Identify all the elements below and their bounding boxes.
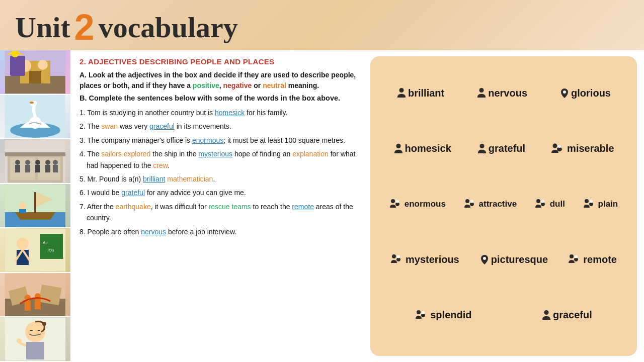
sentence-4: 4. The sailors explored the ship in the …	[79, 148, 361, 171]
person-icon-brilliant	[396, 87, 407, 99]
sentence-1: 1. Tom is studying in another country bu…	[79, 107, 361, 118]
s1-num: 1.	[79, 109, 87, 117]
svg-point-71	[483, 257, 486, 260]
svg-rect-46	[25, 301, 31, 311]
s2-answer: graceful	[149, 122, 175, 130]
person-icon-grateful	[477, 143, 487, 154]
svg-point-56	[563, 90, 566, 94]
s4-end: .	[168, 161, 170, 169]
vocab-item-homesick: homesick	[393, 143, 451, 154]
positive-word: positive	[193, 81, 219, 89]
s7-mid2: to reach the	[251, 203, 292, 211]
vocab-item-glorious: glorious	[559, 87, 611, 99]
s4-num: 4.	[79, 150, 87, 158]
s7-hl2: rescue teams	[209, 203, 251, 211]
vocab-row-1: brilliant nervous glorious	[380, 87, 627, 99]
both-icon-attractive	[464, 199, 479, 210]
s3-num: 3.	[79, 136, 87, 144]
image-7	[0, 317, 70, 362]
svg-point-62	[396, 200, 399, 203]
word-brilliant: brilliant	[408, 87, 444, 99]
image-1	[0, 50, 70, 95]
comma1: ,	[219, 81, 223, 89]
svg-point-59	[553, 143, 557, 148]
s7-answer: remote	[292, 203, 314, 211]
image-2	[0, 95, 70, 140]
svg-rect-32	[19, 209, 26, 213]
vocab-item-mysterious: mysterious	[390, 254, 459, 265]
svg-point-5	[38, 60, 48, 70]
vocab-item-dull: dull	[535, 199, 565, 210]
sentence-8: 8. People are often nervous before a job…	[79, 226, 361, 237]
s5-answer: brilliant	[143, 175, 165, 183]
s4-mid: the ship in the	[150, 150, 198, 158]
both-icon-splendid	[415, 310, 430, 321]
image-column: A= ∫f(x)	[0, 50, 70, 362]
sentence-6: 6. I would be grateful for any advice yo…	[79, 187, 361, 198]
svg-point-37	[17, 238, 29, 250]
unit-label: Unit	[15, 11, 70, 44]
svg-point-52	[42, 322, 46, 326]
svg-point-54	[399, 88, 404, 93]
sentence-2: 2. The swan was very graceful in its mov…	[79, 121, 361, 132]
svg-rect-17	[5, 152, 65, 156]
both-icon-enormous	[389, 199, 405, 210]
word-splendid: splendid	[430, 309, 471, 321]
vocab-item-grateful: grateful	[477, 143, 525, 154]
svg-rect-15	[10, 157, 35, 180]
svg-point-66	[541, 200, 544, 203]
svg-point-55	[479, 88, 484, 93]
svg-text:∫f(x): ∫f(x)	[47, 248, 54, 252]
s1-answer: homesick	[215, 109, 245, 117]
svg-point-67	[585, 199, 589, 203]
s1-after: for his family.	[245, 109, 287, 117]
s8-answer: nervous	[141, 228, 166, 236]
svg-point-63	[465, 199, 469, 203]
person-icon-graceful	[541, 310, 551, 321]
vocab-item-picturesque: picturesque	[479, 254, 548, 265]
s4-answer: mysterious	[198, 150, 232, 158]
vocab-row-4: mysterious picturesque remote	[380, 254, 627, 265]
svg-point-22	[35, 160, 40, 165]
svg-text:A=: A=	[43, 240, 48, 245]
s5-hl1: mathematician	[167, 175, 213, 183]
vocab-item-miserable: miserable	[551, 143, 614, 154]
svg-point-76	[544, 310, 548, 315]
word-remote: remote	[583, 254, 617, 265]
s7-num: 7.	[79, 203, 87, 211]
svg-point-60	[558, 145, 561, 148]
s8-before: People are often	[88, 228, 141, 236]
svg-rect-21	[25, 165, 30, 172]
s8-num: 8.	[79, 228, 88, 236]
svg-point-12	[30, 102, 34, 104]
vocab-item-enormous: enormous	[389, 199, 446, 210]
s4-hl3: crew	[153, 161, 168, 169]
word-enormous: enormous	[405, 199, 446, 209]
svg-point-68	[590, 200, 593, 203]
sentence-3: 3. The company manager's office is enorm…	[79, 135, 361, 146]
svg-point-64	[470, 200, 473, 203]
svg-rect-25	[45, 165, 50, 172]
pin-icon-glorious	[559, 87, 570, 99]
svg-point-74	[417, 310, 421, 314]
s4-hl1: sailors explored	[101, 150, 150, 158]
both-icon-remote	[568, 254, 583, 265]
s2-after: in its movements.	[175, 122, 231, 130]
s7-mid: , it was difficult for	[151, 203, 209, 211]
s7-hl1: earthquake	[116, 203, 151, 211]
vocab-row-3: enormous attractive dull	[380, 199, 627, 210]
svg-point-75	[422, 311, 425, 314]
svg-point-72	[570, 254, 574, 258]
instruction-a: A. Look at the adjectives in the box and…	[79, 70, 361, 91]
word-glorious: glorious	[571, 87, 611, 99]
s6-answer: grateful	[121, 189, 145, 197]
sentences-list: 1. Tom is studying in another country bu…	[79, 107, 361, 237]
text-area: 2. ADJECTIVES DESCRIBING PEOPLE AND PLAC…	[70, 50, 370, 362]
both-icon-plain	[583, 199, 598, 210]
instruction-b: B. Complete the sentences below with som…	[79, 94, 361, 102]
s6-num: 6.	[79, 189, 88, 197]
word-picturesque: picturesque	[491, 254, 548, 265]
vocab-row-5: splendid graceful	[380, 309, 627, 321]
image-3	[0, 139, 70, 184]
svg-rect-30	[34, 192, 36, 213]
